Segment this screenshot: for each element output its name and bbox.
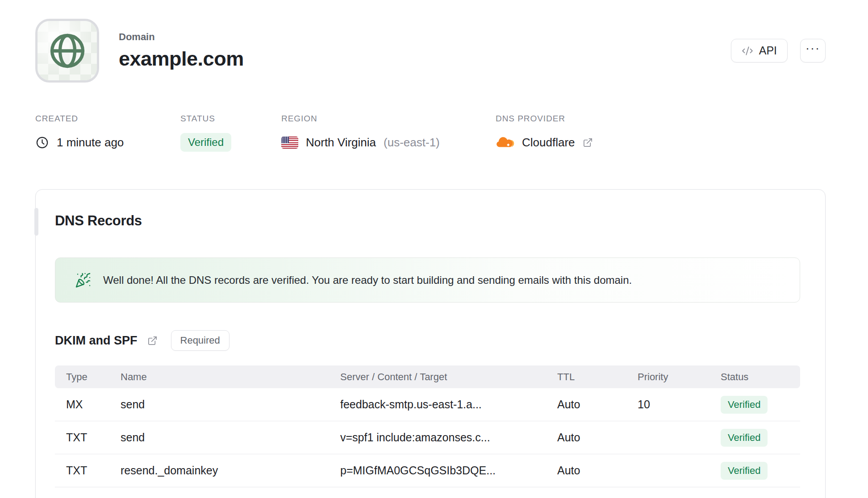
card-title: DNS Records <box>55 213 800 229</box>
record-name: send <box>121 431 340 444</box>
meta-status: STATUS Verified <box>180 114 281 152</box>
record-type: MX <box>55 398 121 411</box>
record-priority: 10 <box>638 398 721 411</box>
dns-provider-label: DNS PROVIDER <box>496 114 593 124</box>
record-name: send <box>121 398 340 411</box>
dkim-spf-title: DKIM and SPF <box>55 334 138 348</box>
record-status: Verified <box>721 429 800 447</box>
header-actions: API ··· <box>731 39 826 62</box>
col-header-name: Name <box>121 371 340 383</box>
domain-detail-page: Domain example.com API ··· CREATED <box>0 0 868 498</box>
meta-region: REGION North Virginia (us-east-1) <box>281 114 496 152</box>
record-ttl: Auto <box>557 464 638 477</box>
globe-icon <box>38 21 97 80</box>
page-title: example.com <box>119 47 244 71</box>
more-options-button[interactable]: ··· <box>800 39 826 62</box>
required-badge: Required <box>171 330 230 351</box>
table-row: TXT send v=spf1 include:amazonses.c... A… <box>55 421 800 454</box>
dkim-spf-section-head: DKIM and SPF Required <box>55 330 800 351</box>
success-banner-text: Well done! All the DNS records are verif… <box>103 274 632 286</box>
domain-eyebrow: Domain <box>119 31 244 43</box>
dns-records-table: Type Name Server / Content / Target TTL … <box>55 365 800 487</box>
verified-badge: Verified <box>721 396 768 414</box>
us-flag-icon <box>281 137 298 149</box>
success-banner: Well done! All the DNS records are verif… <box>55 257 800 303</box>
verified-badge: Verified <box>721 429 768 447</box>
table-row: TXT resend._domainkey p=MIGfMA0GCSqGSIb3… <box>55 454 800 487</box>
table-header-row: Type Name Server / Content / Target TTL … <box>55 365 800 388</box>
status-badge: Verified <box>180 133 231 152</box>
clock-icon <box>35 136 49 149</box>
record-ttl: Auto <box>557 398 638 411</box>
record-ttl: Auto <box>557 431 638 444</box>
record-content: p=MIGfMA0GCSqGSIb3DQE... <box>340 464 557 477</box>
api-button-label: API <box>759 44 777 57</box>
record-status: Verified <box>721 396 800 414</box>
col-header-type: Type <box>55 371 121 383</box>
dns-provider-value: Cloudflare <box>522 136 575 149</box>
record-content: v=spf1 include:amazonses.c... <box>340 431 557 444</box>
cloudflare-icon <box>496 137 514 149</box>
api-button[interactable]: API <box>731 39 788 62</box>
record-type: TXT <box>55 431 121 444</box>
col-header-ttl: TTL <box>557 371 638 383</box>
domain-avatar <box>35 19 99 83</box>
page-header: Domain example.com API ··· <box>35 19 826 83</box>
col-header-content: Server / Content / Target <box>340 371 557 383</box>
created-value: 1 minute ago <box>57 136 124 149</box>
record-type: TXT <box>55 464 121 477</box>
record-content: feedback-smtp.us-east-1.a... <box>340 398 557 411</box>
card-accent-bar <box>34 208 38 236</box>
region-code: (us-east-1) <box>384 136 440 149</box>
dkim-external-link-icon[interactable] <box>147 336 158 346</box>
party-popper-icon <box>75 272 91 288</box>
col-header-status: Status <box>721 371 800 383</box>
record-status: Verified <box>721 462 800 480</box>
col-header-priority: Priority <box>638 371 721 383</box>
status-label: STATUS <box>180 114 281 124</box>
domain-identity: Domain example.com <box>35 19 244 83</box>
region-value: North Virginia <box>306 136 376 149</box>
created-label: CREATED <box>35 114 180 124</box>
table-row: MX send feedback-smtp.us-east-1.a... Aut… <box>55 388 800 421</box>
header-text: Domain example.com <box>119 31 244 71</box>
external-link-icon[interactable] <box>583 137 593 148</box>
domain-meta-row: CREATED 1 minute ago STATUS Verified REG… <box>35 114 826 152</box>
dns-records-card: DNS Records Well done! All the DNS recor… <box>35 189 826 498</box>
region-label: REGION <box>281 114 496 124</box>
meta-created: CREATED 1 minute ago <box>35 114 180 152</box>
ellipsis-icon: ··· <box>805 42 820 55</box>
record-name: resend._domainkey <box>121 464 340 477</box>
meta-dns-provider: DNS PROVIDER Cloudflare <box>496 114 593 152</box>
verified-badge: Verified <box>721 462 768 480</box>
code-icon <box>742 45 753 57</box>
